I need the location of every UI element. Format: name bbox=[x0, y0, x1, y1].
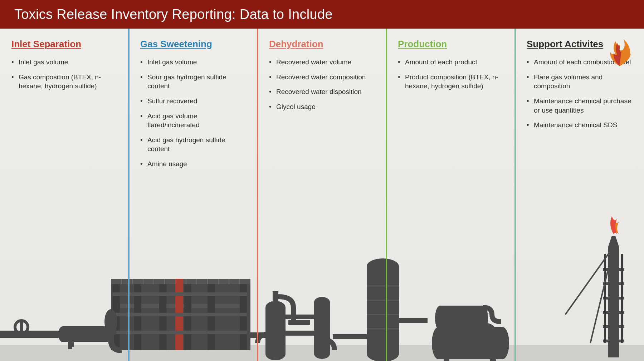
column-title-production: Production bbox=[398, 39, 506, 50]
column-dehydration: Dehydration•Recovered water volume•Recov… bbox=[258, 29, 386, 361]
bullet-list-inlet-separation: •Inlet gas volume•Gas composition (BTEX,… bbox=[11, 58, 119, 91]
list-item: •Maintenance chemical SDS bbox=[527, 120, 635, 130]
list-item: •Recovered water composition bbox=[269, 73, 377, 82]
list-item: •Product composition (BTEX, n-hexane, hy… bbox=[398, 73, 506, 91]
list-item: •Inlet gas volume bbox=[140, 58, 248, 67]
bullet-list-dehydration: •Recovered water volume•Recovered water … bbox=[269, 58, 377, 112]
list-item: •Gas composition (BTEX, n-hexane, hydrog… bbox=[11, 73, 119, 91]
flame-decoration bbox=[606, 36, 633, 69]
column-support-activities: Support Activites•Amount of each combust… bbox=[515, 29, 644, 361]
list-item: •Sulfur recovered bbox=[140, 97, 248, 106]
bullet-list-production: •Amount of each product•Product composit… bbox=[398, 58, 506, 91]
list-item: •Acid gas volume flared/incinerated bbox=[140, 112, 248, 130]
list-item: •Glycol usage bbox=[269, 102, 377, 112]
list-item: •Recovered water volume bbox=[269, 58, 377, 67]
page-title: Toxics Release Inventory Reporting: Data… bbox=[14, 7, 333, 22]
list-item: •Inlet gas volume bbox=[11, 58, 119, 67]
main-content: Inlet Separation•Inlet gas volume•Gas co… bbox=[0, 29, 644, 361]
column-gas-sweetening: Gas Sweetening•Inlet gas volume•Sour gas… bbox=[129, 29, 258, 361]
divider-teal bbox=[514, 29, 516, 361]
column-inlet-separation: Inlet Separation•Inlet gas volume•Gas co… bbox=[0, 29, 129, 361]
column-production: Production•Amount of each product•Produc… bbox=[386, 29, 515, 361]
list-item: •Acid gas hydrogen sulfide content bbox=[140, 135, 248, 154]
column-title-inlet-separation: Inlet Separation bbox=[11, 39, 119, 50]
list-item: •Maintenance chemical purchase or use qu… bbox=[527, 97, 635, 115]
divider-salmon bbox=[257, 29, 258, 361]
header: Toxics Release Inventory Reporting: Data… bbox=[0, 0, 644, 29]
column-title-dehydration: Dehydration bbox=[269, 39, 377, 50]
divider-blue bbox=[128, 29, 130, 361]
list-item: •Flare gas volumes and composition bbox=[527, 73, 635, 91]
divider-green bbox=[386, 29, 387, 361]
bullet-list-gas-sweetening: •Inlet gas volume•Sour gas hydrogen sulf… bbox=[140, 58, 248, 169]
list-item: •Sour gas hydrogen sulfide content bbox=[140, 73, 248, 91]
column-title-gas-sweetening: Gas Sweetening bbox=[140, 39, 248, 50]
list-item: •Amount of each product bbox=[398, 58, 506, 67]
list-item: •Amine usage bbox=[140, 159, 248, 169]
list-item: •Recovered water disposition bbox=[269, 87, 377, 97]
